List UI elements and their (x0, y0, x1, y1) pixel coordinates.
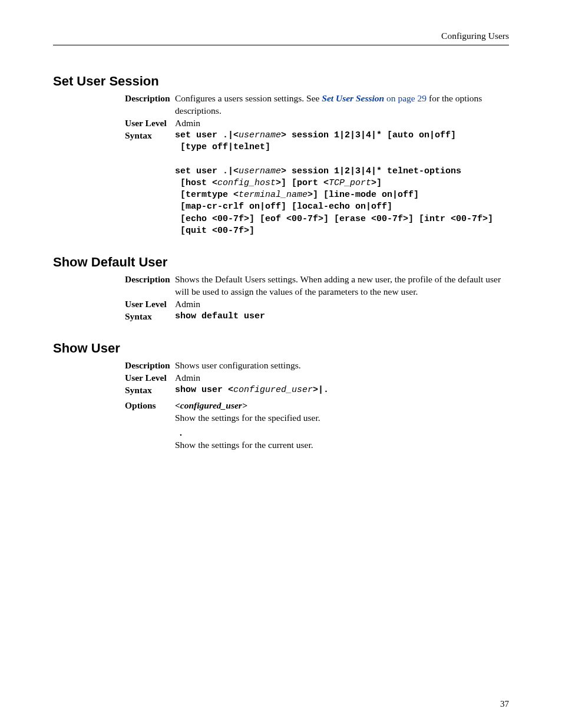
user-level-label: User Level (125, 117, 175, 130)
syntax-label: Syntax (125, 311, 175, 323)
section-show-default-user: Show Default User Description Shows the … (53, 255, 509, 323)
desc-pre: Configures a users session settings. See (175, 93, 322, 103)
syntax-value: show user <configured_user>|. (175, 384, 509, 396)
user-level-label: User Level (125, 298, 175, 311)
section-heading: Show Default User (53, 255, 509, 270)
syntax-value: show default user (175, 311, 509, 322)
option-name-2: . (175, 427, 509, 439)
desc-link[interactable]: Set User Session (322, 93, 384, 103)
user-level-value: Admin (175, 298, 509, 311)
desc-link-tail[interactable]: on page 29 (384, 93, 427, 103)
syntax-row: Syntax show default user (125, 311, 509, 323)
option-text-1: Show the settings for the specified user… (175, 412, 509, 424)
syntax-code: show default user (175, 311, 509, 322)
description-row: Description Shows the Default Users sett… (125, 274, 509, 298)
description-row: Description Shows user configuration set… (125, 360, 509, 372)
user-level-label: User Level (125, 372, 175, 384)
description-text: Shows the Default Users settings. When a… (175, 274, 509, 298)
section-show-user: Show User Description Shows user configu… (53, 341, 509, 452)
syntax-row: Syntax show user <configured_user>|. (125, 384, 509, 397)
description-text: Shows user configuration settings. (175, 360, 509, 372)
description-label: Description (125, 274, 175, 286)
section-heading: Set User Session (53, 74, 509, 89)
page: Configuring Users Set User Session Descr… (0, 0, 562, 728)
user-level-row: User Level Admin (125, 298, 509, 311)
syntax-row: Syntax set user .|<username> session 1|2… (125, 130, 509, 237)
syntax-label: Syntax (125, 384, 175, 397)
option-name-1: <configured_user> (175, 400, 509, 412)
option-text-2: Show the settings for the current user. (175, 439, 509, 452)
page-number: 37 (500, 699, 509, 709)
description-label: Description (125, 360, 175, 372)
options-label: Options (125, 400, 175, 412)
syntax-label: Syntax (125, 130, 175, 142)
options-value: <configured_user> Show the settings for … (175, 400, 509, 452)
syntax-code-block-1: set user .|<username> session 1|2|3|4|* … (175, 130, 509, 237)
description-text: Configures a users session settings. See… (175, 93, 509, 117)
syntax-code-text: show default user (175, 311, 265, 321)
section-set-user-session: Set User Session Description Configures … (53, 74, 509, 237)
syntax-value: set user .|<username> session 1|2|3|4|* … (175, 130, 509, 237)
description-label: Description (125, 93, 175, 105)
syntax-code: show user <configured_user>|. (175, 384, 509, 396)
options-row: Options <configured_user> Show the setti… (125, 400, 509, 452)
user-level-row: User Level Admin (125, 372, 509, 384)
user-level-value: Admin (175, 372, 509, 384)
user-level-row: User Level Admin (125, 117, 509, 130)
section-heading: Show User (53, 341, 509, 356)
description-row: Description Configures a users session s… (125, 93, 509, 117)
page-header: Configuring Users (53, 31, 509, 45)
user-level-value: Admin (175, 117, 509, 130)
